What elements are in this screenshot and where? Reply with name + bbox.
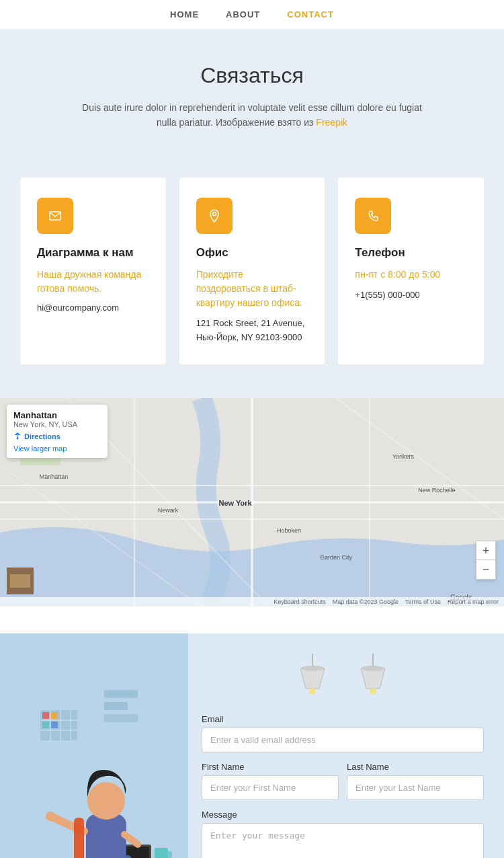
map-thumbnail — [7, 568, 34, 594]
card-phone-number: +1(555) 000-000 — [355, 288, 467, 303]
svg-rect-40 — [51, 722, 58, 728]
email-input[interactable] — [202, 728, 484, 752]
card-office: Офис Приходите поздороваться в штаб-квар… — [179, 178, 325, 365]
svg-point-56 — [87, 782, 125, 820]
svg-text:New Rochelle: New Rochelle — [418, 487, 456, 494]
view-larger-map-link[interactable]: View larger map — [13, 444, 101, 453]
card-office-highlight: Приходите поздороваться в штаб-квартиру … — [196, 268, 308, 310]
map-data-credit: Map data ©2023 Google — [333, 598, 398, 605]
svg-rect-38 — [51, 712, 58, 719]
message-label: Message — [202, 810, 484, 820]
firstname-field-group: First Name — [202, 762, 339, 800]
svg-rect-30 — [104, 714, 138, 722]
directions-button[interactable]: Directions — [13, 432, 101, 440]
svg-rect-37 — [42, 712, 49, 719]
map-section[interactable]: New York Manhattan Yonkers New Rochelle … — [0, 398, 504, 607]
svg-rect-46 — [167, 851, 172, 858]
svg-text:Garden City: Garden City — [320, 554, 353, 561]
svg-point-68 — [361, 666, 385, 671]
svg-rect-55 — [86, 814, 126, 858]
freepik-link[interactable]: Freepik — [316, 117, 347, 128]
card-email-address: hi@ourcompany.com — [37, 303, 149, 313]
message-field-group: Message — [202, 810, 484, 858]
firstname-label: First Name — [202, 762, 339, 772]
svg-point-66 — [309, 688, 316, 695]
card-phone-hours: пн-пт с 8:00 до 5:00 — [355, 268, 467, 282]
lamp-right-icon — [353, 654, 393, 701]
card-office-title: Офис — [196, 246, 308, 260]
card-phone: Телефон пн-пт с 8:00 до 5:00 +1(555) 000… — [338, 178, 484, 365]
email-icon — [37, 198, 73, 234]
office-icon — [196, 198, 233, 234]
svg-rect-4 — [364, 206, 382, 225]
keyboard-shortcuts[interactable]: Keyboard shortcuts — [274, 598, 326, 605]
nav-about[interactable]: ABOUT — [226, 9, 260, 20]
card-email: Диаграмма к нам Наша дружная команда гот… — [20, 178, 166, 365]
svg-point-57 — [46, 812, 55, 821]
svg-text:Newark: Newark — [158, 507, 179, 514]
hero-description: Duis aute irure dolor in reprehenderit i… — [77, 100, 427, 130]
message-textarea[interactable] — [202, 823, 484, 858]
email-label: Email — [202, 714, 484, 724]
lamp-decoration — [202, 654, 484, 701]
lastname-field-group: Last Name — [347, 762, 484, 800]
map-popup: Manhattan New York, NY, USA Directions V… — [7, 405, 108, 458]
svg-rect-39 — [42, 722, 49, 728]
report-map-error[interactable]: Report a map error — [448, 598, 499, 605]
form-illustration — [0, 633, 188, 858]
lastname-label: Last Name — [347, 762, 484, 772]
terms-of-use[interactable]: Terms of Use — [405, 598, 441, 605]
svg-text:Hoboken: Hoboken — [277, 527, 301, 534]
svg-text:Yonkers: Yonkers — [392, 453, 415, 460]
svg-rect-26 — [10, 574, 30, 588]
map-popup-title: Manhattan — [13, 410, 101, 420]
svg-text:Manhattan: Manhattan — [40, 473, 69, 480]
zoom-in-button[interactable]: + — [476, 541, 495, 560]
page-title: Связаться — [27, 63, 477, 88]
card-office-address: 121 Rock Sreet, 21 Avenue,Нью-Йорк, NY 9… — [196, 317, 308, 345]
zoom-out-button[interactable]: − — [476, 560, 495, 579]
svg-text:New York: New York — [218, 499, 252, 507]
lamp-left-icon — [292, 654, 333, 701]
email-field-group: Email — [202, 714, 484, 752]
lastname-input[interactable] — [347, 775, 484, 800]
navigation: HOME ABOUT CONTACT — [0, 0, 504, 30]
phone-icon — [355, 198, 391, 234]
svg-rect-29 — [104, 702, 128, 710]
nav-home[interactable]: HOME — [170, 9, 199, 20]
form-right: Email First Name Last Name Message ЗАРЕЗ… — [188, 633, 504, 858]
form-section: Email First Name Last Name Message ЗАРЕЗ… — [0, 633, 504, 858]
firstname-input[interactable] — [202, 775, 339, 800]
svg-point-69 — [370, 688, 376, 695]
name-row: First Name Last Name — [202, 762, 484, 810]
card-phone-title: Телефон — [355, 246, 467, 260]
svg-point-65 — [300, 666, 325, 671]
card-email-highlight: Наша дружная команда готова помочь. — [37, 268, 149, 296]
map-background: New York Manhattan Yonkers New Rochelle … — [0, 398, 504, 607]
nav-contact[interactable]: CONTACT — [287, 9, 334, 20]
svg-rect-0 — [46, 206, 65, 225]
hero-section: Связаться Duis aute irure dolor in repre… — [0, 30, 504, 157]
svg-rect-45 — [155, 848, 168, 858]
svg-rect-28 — [104, 690, 138, 698]
cards-section: Диаграмма к нам Наша дружная команда гот… — [0, 157, 504, 399]
map-zoom-controls: + − — [476, 541, 496, 580]
map-popup-subtitle: New York, NY, USA — [13, 420, 101, 428]
svg-rect-58 — [74, 818, 84, 858]
map-footer: Keyboard shortcuts Map data ©2023 Google… — [0, 597, 504, 607]
card-email-title: Диаграмма к нам — [37, 246, 149, 260]
